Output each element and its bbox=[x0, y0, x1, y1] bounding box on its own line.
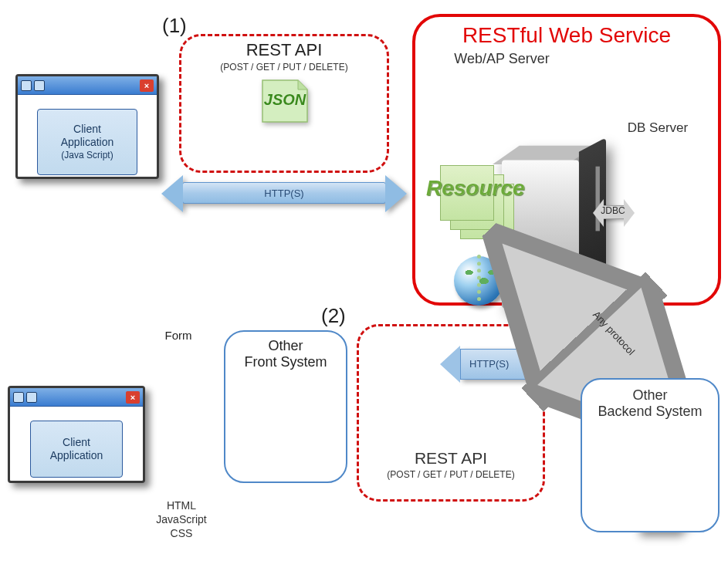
http-label: HTTP(S) bbox=[183, 183, 385, 203]
close-icon: × bbox=[140, 79, 154, 92]
rest-api-subtitle-2: (POST / GET / PUT / DELETE) bbox=[357, 469, 545, 480]
client-app-line: (Java Script) bbox=[61, 149, 113, 162]
client-window-1: × Client Application (Java Script) bbox=[15, 74, 159, 179]
restful-title: RESTful Web Service bbox=[420, 23, 713, 48]
html-line: JavaScript bbox=[151, 512, 212, 526]
client-app-line: Application bbox=[61, 136, 114, 149]
client-app-panel: Client Application (Java Script) bbox=[37, 109, 137, 175]
json-label: JSON bbox=[258, 91, 312, 109]
rest-api-title: REST API bbox=[179, 40, 389, 60]
db-server-label: DB Server bbox=[611, 120, 704, 136]
rest-api-subtitle: (POST / GET / PUT / DELETE) bbox=[179, 62, 389, 73]
titlebar-icon bbox=[34, 80, 45, 91]
titlebar-icon bbox=[13, 392, 24, 403]
http-arrow-2-head bbox=[440, 346, 460, 383]
html-stack-label: HTML JavaScript CSS bbox=[151, 498, 212, 540]
window-titlebar: × bbox=[10, 388, 143, 407]
obs-line: Other bbox=[581, 387, 720, 404]
marker-1: (1) bbox=[162, 14, 187, 38]
titlebar-icon bbox=[21, 80, 32, 91]
marker-2: (2) bbox=[321, 304, 346, 328]
http-arrow-1: HTTP(S) bbox=[182, 182, 386, 204]
titlebar-icon bbox=[26, 392, 37, 403]
close-icon: × bbox=[126, 391, 140, 404]
webap-label: Web/AP Server bbox=[432, 51, 571, 67]
other-backend-title: Other Backend System bbox=[581, 387, 720, 420]
window-titlebar: × bbox=[18, 76, 157, 95]
obs-line: Backend System bbox=[581, 404, 720, 420]
ofs-line: Front System bbox=[224, 354, 347, 370]
http-label-2: HTTP(S) bbox=[469, 358, 509, 370]
json-file-icon: JSON bbox=[258, 77, 312, 125]
client-app-line: Client bbox=[73, 123, 101, 136]
html-line: CSS bbox=[151, 526, 212, 540]
client-app-line: Application bbox=[50, 449, 103, 462]
rest-api-title-2: REST API bbox=[357, 449, 545, 468]
jdbc-label: JDBC bbox=[594, 205, 631, 216]
resource-label: Resource bbox=[426, 176, 525, 201]
client-app-panel: Client Application bbox=[30, 421, 123, 478]
client-window-2: × Client Application bbox=[8, 386, 145, 483]
client-app-line: Client bbox=[63, 436, 90, 449]
dotted-connector-icon bbox=[477, 255, 481, 301]
html-line: HTML bbox=[151, 498, 212, 512]
other-front-title: Other Front System bbox=[224, 338, 347, 370]
ofs-line: Other bbox=[224, 338, 347, 354]
form-label: Form bbox=[154, 329, 202, 342]
